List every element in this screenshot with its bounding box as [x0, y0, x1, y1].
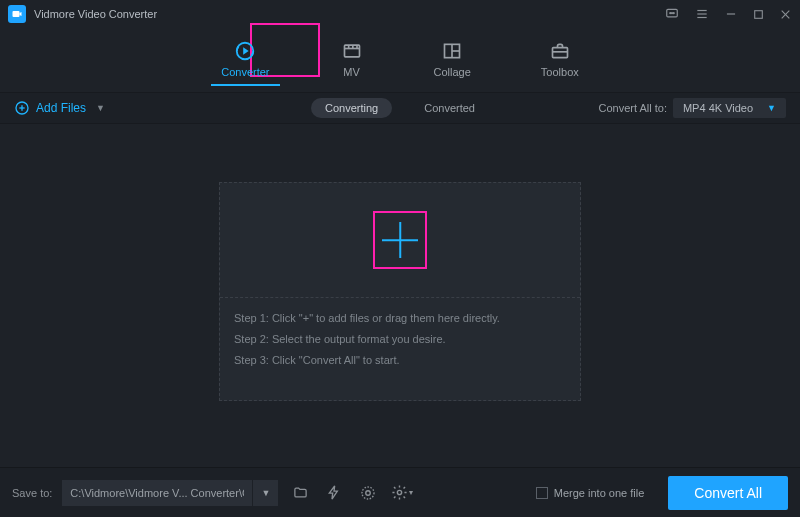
- svg-point-2: [670, 13, 671, 14]
- open-folder-button[interactable]: [288, 481, 312, 505]
- add-file-plus-button[interactable]: [373, 211, 427, 269]
- step-text: Step 3: Click "Convert All" to start.: [234, 350, 566, 371]
- svg-point-28: [366, 490, 371, 495]
- save-to-label: Save to:: [12, 487, 52, 499]
- tab-converting[interactable]: Converting: [311, 98, 392, 118]
- merge-checkbox[interactable]: Merge into one file: [536, 487, 645, 499]
- tab-mv[interactable]: MV: [330, 38, 374, 86]
- dropzone-steps: Step 1: Click "+" to add files or drag t…: [220, 298, 580, 400]
- chevron-down-icon[interactable]: ▼: [96, 103, 105, 113]
- bottom-bar: Save to: ▼ ▾ Merge into one file Convert…: [0, 467, 800, 517]
- svg-point-30: [398, 490, 402, 494]
- convert-all-to-label: Convert All to:: [598, 102, 666, 114]
- collage-icon: [441, 40, 463, 62]
- close-icon[interactable]: [779, 8, 792, 21]
- tab-label: Collage: [434, 66, 471, 78]
- dropzone[interactable]: Step 1: Click "+" to add files or drag t…: [219, 182, 581, 401]
- tab-converter[interactable]: Converter: [211, 38, 279, 86]
- tab-collage[interactable]: Collage: [424, 38, 481, 86]
- sub-toolbar: Add Files ▼ Converting Converted Convert…: [0, 92, 800, 124]
- tab-toolbox[interactable]: Toolbox: [531, 38, 589, 86]
- convert-all-label: Convert All: [694, 485, 762, 501]
- svg-point-29: [362, 487, 374, 499]
- tab-label: Converter: [221, 66, 269, 78]
- checkbox-icon: [536, 487, 548, 499]
- tab-label: MV: [343, 66, 360, 78]
- step-text: Step 1: Click "+" to add files or drag t…: [234, 308, 566, 329]
- format-select[interactable]: MP4 4K Video ▼: [673, 98, 786, 118]
- title-bar: Vidmore Video Converter: [0, 0, 800, 28]
- add-files-label: Add Files: [36, 101, 86, 115]
- dropzone-top: [220, 183, 580, 298]
- svg-rect-0: [13, 11, 20, 17]
- save-path-group: ▼: [62, 480, 278, 506]
- menu-icon[interactable]: [694, 7, 710, 21]
- minimize-icon[interactable]: [724, 7, 738, 21]
- svg-point-3: [672, 13, 673, 14]
- toolbox-icon: [549, 40, 571, 62]
- converter-icon: [233, 40, 257, 62]
- settings-button[interactable]: ▾: [390, 481, 414, 505]
- step-text: Step 2: Select the output format you des…: [234, 329, 566, 350]
- save-path-dropdown[interactable]: ▼: [252, 480, 278, 506]
- mv-icon: [340, 40, 364, 62]
- chevron-down-icon: ▼: [767, 103, 776, 113]
- status-toggle: Converting Converted: [311, 98, 489, 118]
- hardware-accel-button[interactable]: [322, 481, 346, 505]
- format-selected-value: MP4 4K Video: [683, 102, 753, 114]
- save-path-input[interactable]: [62, 480, 252, 506]
- feedback-icon[interactable]: [664, 7, 680, 21]
- merge-label: Merge into one file: [554, 487, 645, 499]
- add-files-button[interactable]: Add Files ▼: [14, 100, 105, 116]
- high-speed-button[interactable]: [356, 481, 380, 505]
- svg-rect-9: [755, 10, 763, 18]
- main-tabs: Converter MV Collage Toolbox: [0, 28, 800, 92]
- maximize-icon[interactable]: [752, 8, 765, 21]
- app-logo-icon: [8, 5, 26, 23]
- tab-label: Toolbox: [541, 66, 579, 78]
- tab-converted[interactable]: Converted: [410, 98, 489, 118]
- convert-all-button[interactable]: Convert All: [668, 476, 788, 510]
- app-title: Vidmore Video Converter: [34, 8, 157, 20]
- work-area: Step 1: Click "+" to add files or drag t…: [0, 124, 800, 459]
- plus-icon: [382, 222, 418, 258]
- svg-point-4: [673, 13, 674, 14]
